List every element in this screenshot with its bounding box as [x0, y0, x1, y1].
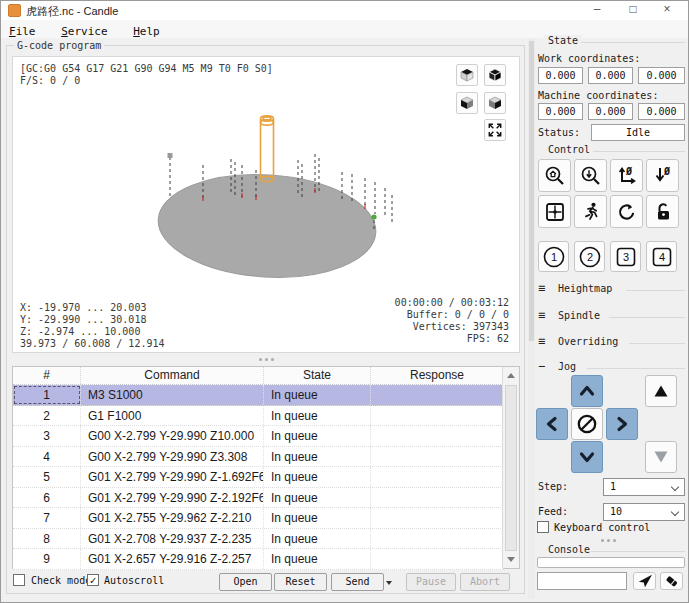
jog-x-plus-button[interactable]	[606, 408, 638, 440]
col-header-response[interactable]: Response	[371, 367, 503, 384]
status-value-field: Idle	[591, 124, 685, 141]
col-header-command[interactable]: Command	[81, 367, 264, 384]
minimize-button[interactable]: –	[582, 1, 612, 19]
table-row[interactable]: 9 G01 X-2.657 Y-29.916 Z-2.257 In queue	[13, 549, 503, 570]
heightmap-section-header[interactable]: Heightmap	[554, 283, 616, 294]
view-front-button[interactable]	[456, 92, 478, 114]
home-button[interactable]	[538, 159, 571, 192]
combo-chevron-icon	[671, 508, 679, 516]
jog-z-minus-button[interactable]	[645, 441, 677, 473]
jog-x-minus-button[interactable]	[536, 408, 568, 440]
parser-state-text: [GC:G0 G54 G17 G21 G90 G94 M5 M9 T0 F0 S…	[20, 63, 273, 75]
menu-file[interactable]: File	[1, 23, 44, 40]
jog-y-plus-button[interactable]	[571, 375, 603, 407]
table-row[interactable]: 2 G1 F1000 In queue	[13, 406, 503, 427]
spindle-section-header[interactable]: Spindle	[554, 310, 604, 321]
table-row[interactable]: 8 G01 X-2.708 Y-29.937 Z-2.235 In queue	[13, 529, 503, 550]
jog-collapse-icon[interactable]: −	[538, 360, 545, 372]
feed-combo[interactable]: 10	[603, 503, 685, 521]
panel-scrollbar[interactable]	[528, 39, 535, 599]
col-header-num[interactable]: #	[13, 367, 81, 384]
send-menu-arrow-icon[interactable]	[386, 581, 392, 585]
close-button[interactable]: ×	[652, 1, 682, 19]
user-command-3-button[interactable]: 3	[610, 241, 641, 272]
combo-chevron-icon	[671, 483, 679, 491]
panel-splitter[interactable]	[601, 539, 616, 542]
safe-position-button[interactable]	[574, 195, 607, 228]
svg-text:Ø: Ø	[663, 166, 670, 177]
jog-stop-button[interactable]	[571, 408, 603, 440]
abort-button[interactable]: Abort	[460, 573, 510, 591]
user-command-1-button[interactable]: 1	[538, 241, 569, 272]
panel-scrollbar-thumb[interactable]	[529, 41, 534, 341]
restore-origin-button[interactable]	[538, 195, 571, 228]
running-man-icon	[579, 200, 603, 224]
table-row[interactable]: 3 G00 X-2.799 Y-29.990 Z10.000 In queue	[13, 426, 503, 447]
user-command-4-button[interactable]: 4	[646, 241, 677, 272]
maximize-button[interactable]: □	[618, 1, 648, 19]
send-button[interactable]: Send	[331, 573, 384, 591]
user-command-2-button[interactable]: 2	[574, 241, 605, 272]
open-button[interactable]: Open	[219, 573, 272, 591]
step-combo[interactable]: 1	[603, 478, 685, 496]
view-side-button[interactable]	[484, 92, 506, 114]
menu-service[interactable]: Service	[53, 23, 115, 40]
step-label: Step:	[538, 481, 568, 492]
overriding-section-header[interactable]: Overriding	[554, 336, 622, 347]
col-header-state[interactable]: State	[264, 367, 371, 384]
view-isometric-button[interactable]	[484, 64, 506, 86]
check-icon: ✓	[90, 574, 97, 587]
zero-xy-icon: Ø	[615, 164, 639, 188]
pause-button[interactable]: Pause	[406, 573, 456, 591]
circular-arrow-icon	[615, 200, 639, 224]
table-row[interactable]: 7 G01 X-2.755 Y-29.962 Z-2.210 In queue	[13, 508, 503, 529]
spindle-menu-icon[interactable]: ≡	[538, 309, 545, 321]
machine-y-field: 0.000	[588, 103, 633, 120]
table-scrollbar[interactable]	[502, 367, 519, 568]
console-output[interactable]	[537, 557, 685, 568]
keyboard-control-checkbox[interactable]	[537, 521, 549, 533]
jog-z-plus-button[interactable]	[645, 375, 677, 407]
overriding-menu-icon[interactable]: ≡	[538, 335, 545, 347]
candle-window: 虎路径.nc - Candle – □ × File Service Help …	[0, 0, 689, 603]
jog-y-minus-button[interactable]	[571, 441, 603, 473]
heightmap-menu-icon[interactable]: ≡	[538, 282, 545, 294]
zero-xy-button[interactable]: Ø	[610, 159, 643, 192]
menu-help[interactable]: Help	[125, 23, 168, 40]
machine-x-field: 0.000	[538, 103, 583, 120]
chevron-right-icon	[611, 413, 633, 435]
feed-spindle-text: F/S: 0 / 0	[20, 75, 80, 87]
viewer-table-splitter[interactable]	[12, 356, 520, 363]
scroll-down-icon[interactable]	[507, 557, 515, 562]
table-row[interactable]: 4 G00 X-2.799 Y-29.990 Z3.308 In queue	[13, 447, 503, 468]
view-top-button[interactable]	[456, 64, 478, 86]
reset-button[interactable]: Reset	[274, 573, 327, 591]
table-row[interactable]: 1 M3 S1000 In queue	[13, 385, 503, 406]
feed-value: 10	[610, 506, 622, 517]
svg-text:1: 1	[550, 251, 556, 263]
gcode-3d-viewer[interactable]: [GC:G0 G54 G17 G21 G90 G94 M5 M9 T0 F0 S…	[12, 56, 520, 353]
fit-view-button[interactable]	[484, 119, 506, 141]
unlock-button[interactable]	[646, 195, 679, 228]
table-header: # Command State Response	[13, 367, 503, 385]
console-divider	[591, 551, 685, 552]
check-mode-label: Check mode	[31, 575, 91, 586]
table-row[interactable]: 5 G01 X-2.799 Y-29.990 Z-1.692F6000 In q…	[13, 467, 503, 488]
console-input[interactable]	[537, 572, 627, 590]
autoscroll-checkbox[interactable]: ✓	[87, 574, 99, 586]
scroll-up-icon[interactable]	[507, 373, 515, 378]
unlock-icon	[651, 200, 675, 224]
stop-slash-icon	[575, 412, 599, 436]
zero-z-button[interactable]: Ø	[646, 159, 679, 192]
scrollbar-thumb[interactable]	[505, 385, 517, 551]
reset-button-control[interactable]	[610, 195, 643, 228]
console-send-button[interactable]	[633, 572, 656, 590]
machine-coordinates-label: Machine coordinates:	[538, 90, 658, 101]
console-clear-button[interactable]	[660, 572, 683, 590]
z-probe-button[interactable]	[574, 159, 607, 192]
table-row[interactable]: 6 G01 X-2.799 Y-29.990 Z-2.192F6000 In q…	[13, 488, 503, 509]
jog-section-header[interactable]: Jog	[554, 361, 580, 372]
window-title: 虎路径.nc - Candle	[26, 4, 118, 19]
eraser-icon	[664, 574, 680, 588]
check-mode-checkbox[interactable]	[13, 574, 25, 586]
